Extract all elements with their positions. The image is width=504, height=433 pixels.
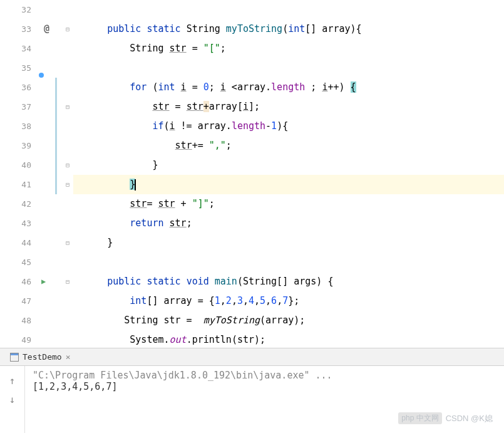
- code-line: str= str + "]";: [73, 194, 504, 214]
- code-line: String str = myToString(array);: [73, 311, 504, 330]
- fold-end-icon[interactable]: ⊟: [66, 233, 69, 253]
- code-line: for (int i = 0; i <array.length ; i++) {: [73, 78, 504, 97]
- code-line: [73, 0, 504, 19]
- fold-start-icon[interactable]: ⊟: [66, 97, 69, 117]
- text-cursor: [135, 179, 136, 190]
- line-number[interactable]: 45: [0, 253, 39, 272]
- console-toolbar: ↑ ↓: [0, 366, 25, 433]
- run-config-icon: [10, 353, 19, 362]
- line-number[interactable]: 42: [0, 194, 39, 214]
- close-tab-icon[interactable]: ×: [66, 352, 71, 362]
- scroll-up-icon[interactable]: ↑: [0, 371, 24, 390]
- line-number[interactable]: 41: [0, 175, 39, 194]
- run-tab-bar: TestDemo ×: [0, 348, 504, 366]
- console-result-line: [1,2,3,4,5,6,7]: [33, 381, 496, 392]
- run-gutter-icon[interactable]: ▶: [41, 272, 46, 291]
- fold-start-icon[interactable]: ⊟: [66, 272, 69, 291]
- console-command-line: "C:\Program Files\Java\jdk1.8.0_192\bin\…: [33, 370, 496, 381]
- run-tab-label[interactable]: TestDemo: [23, 352, 62, 362]
- code-line: [73, 253, 504, 272]
- override-annotation-icon[interactable]: @: [44, 19, 49, 39]
- line-number[interactable]: 44: [0, 233, 39, 253]
- code-line: return str;: [73, 214, 504, 233]
- line-number[interactable]: 35: [0, 58, 39, 78]
- line-number[interactable]: 33: [0, 19, 39, 39]
- line-number[interactable]: 37: [0, 97, 39, 117]
- code-line: if(i != array.length-1){: [73, 117, 504, 136]
- line-number[interactable]: 39: [0, 136, 39, 155]
- fold-end-icon[interactable]: ⊟: [66, 175, 69, 194]
- watermark: php 中文网 CSDN @K媳: [398, 412, 493, 424]
- line-number[interactable]: 47: [0, 291, 39, 311]
- code-line: [73, 58, 504, 78]
- line-number[interactable]: 49: [0, 330, 39, 350]
- line-number[interactable]: 34: [0, 39, 39, 58]
- line-number[interactable]: 43: [0, 214, 39, 233]
- code-line: int[] array = {1,2,3,4,5,6,7};: [73, 291, 504, 311]
- code-line: public static String myToString(int[] ar…: [73, 19, 504, 39]
- line-number[interactable]: 36: [0, 78, 39, 97]
- code-line: System.out.println(str);: [73, 330, 504, 350]
- watermark-logo: php 中文网: [398, 412, 441, 424]
- code-line: public static void main(String[] args) {: [73, 272, 504, 291]
- line-number-gutter: 32 33 34 35 36 37 38 39 40 41 42 43 44 4…: [0, 0, 39, 348]
- code-line: String str = "[";: [73, 39, 504, 58]
- line-number[interactable]: 48: [0, 311, 39, 330]
- code-line: }: [73, 155, 504, 175]
- line-number[interactable]: 38: [0, 117, 39, 136]
- scroll-down-icon[interactable]: ↓: [0, 390, 24, 409]
- line-number[interactable]: 32: [0, 0, 39, 19]
- fold-start-icon[interactable]: ⊟: [66, 19, 69, 39]
- editor-area: 32 33 34 35 36 37 38 39 40 41 42 43 44 4…: [0, 0, 504, 348]
- code-line: str = str+array[i];: [73, 97, 504, 117]
- code-line: }: [73, 233, 504, 253]
- code-editor[interactable]: public static String myToString(int[] ar…: [73, 0, 504, 348]
- line-number[interactable]: 40: [0, 155, 39, 175]
- watermark-text: CSDN @K媳: [446, 413, 493, 424]
- line-number[interactable]: 46: [0, 272, 39, 291]
- code-line-current: }: [73, 175, 504, 194]
- code-line: str+= ",";: [73, 136, 504, 155]
- gutter-icon-strip: @⊟ ⊟ ⊟ ⊟ ⊟ ▶⊟: [39, 0, 73, 348]
- fold-end-icon[interactable]: ⊟: [66, 155, 69, 175]
